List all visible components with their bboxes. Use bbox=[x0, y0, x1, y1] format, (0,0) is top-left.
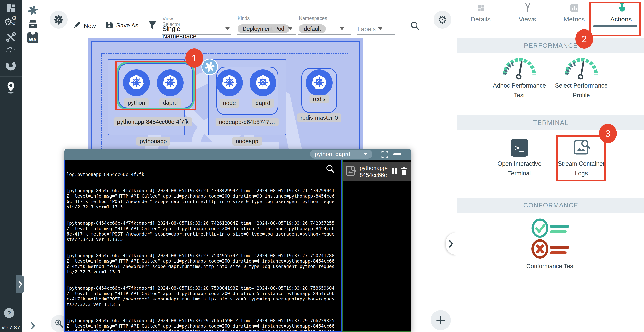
annotation-rect-1 bbox=[116, 61, 196, 110]
strip-expand-chevron[interactable] bbox=[22, 321, 44, 330]
container-node-icon[interactable] bbox=[216, 69, 243, 96]
container-label: redis bbox=[309, 94, 329, 103]
add-node-button[interactable] bbox=[430, 310, 451, 330]
performance-section-header: PERFORMANCE bbox=[457, 38, 644, 53]
chevron-down-icon[interactable] bbox=[378, 27, 382, 30]
terminal-header[interactable]: python, daprd bbox=[64, 149, 411, 160]
settings-gears-icon[interactable]: ⚙ ⚙ ⚙ bbox=[0, 16, 22, 27]
conformance-check-icon bbox=[528, 218, 573, 261]
tab-details[interactable]: Details bbox=[457, 0, 504, 29]
log-entry: [pythonapp-8454cc66c-4f7fk:daprd] 2024-0… bbox=[66, 285, 334, 307]
panel-collapse-handle[interactable] bbox=[446, 232, 456, 255]
chevron-down-icon bbox=[364, 153, 368, 155]
container-redis-icon[interactable] bbox=[306, 69, 332, 96]
annotation-rect-2 bbox=[590, 2, 640, 36]
tab-views[interactable]: Views bbox=[504, 0, 551, 29]
location-pin-icon[interactable] bbox=[0, 80, 22, 94]
annotation-badge-1: 1 bbox=[185, 48, 203, 68]
sidebar-divider bbox=[0, 76, 22, 77]
details-panel: Details Views Metrics bbox=[456, 0, 644, 332]
save-as-button[interactable]: Save As bbox=[105, 21, 138, 30]
app-screen: ⚙ ⚙ ⚙ bbox=[0, 0, 644, 332]
pod-label: pythonapp-8454cc66c-4f7fk bbox=[114, 117, 192, 126]
dashboard-icon[interactable] bbox=[0, 2, 22, 13]
log-session-tab[interactable]: pythonapp-8454cc66c bbox=[342, 162, 410, 181]
labels-placeholder[interactable]: Labels bbox=[358, 25, 376, 33]
canvas-area[interactable]: New Save As View Selector Single Namespa… bbox=[44, 0, 456, 332]
pause-stream-icon[interactable] bbox=[392, 167, 398, 176]
pod-label: redis-master-0 bbox=[297, 113, 341, 122]
kind-chip-pod[interactable]: Pod bbox=[269, 24, 290, 33]
deployment-label: nodeapp bbox=[232, 137, 262, 146]
log-entry: [pythonapp-8454cc66c-4f7fk:daprd] 2024-0… bbox=[66, 220, 334, 242]
log-output-pane[interactable]: log:pythonapp-8454cc66c-4f7fk [pythonapp… bbox=[64, 160, 342, 332]
annotation-rect-3 bbox=[556, 135, 606, 181]
magnifier-cursor-icon bbox=[326, 164, 336, 175]
sidebar-expand-handle[interactable] bbox=[16, 275, 24, 293]
deployment-label: pythonapp bbox=[136, 137, 170, 146]
conformance-section-header: CONFORMANCE bbox=[457, 198, 644, 213]
version-label: v0.7.87 bbox=[0, 325, 22, 331]
terminal-section-header: TERMINAL bbox=[457, 115, 644, 130]
view-selector-value[interactable]: Single Namespace bbox=[162, 25, 196, 40]
chevron-down-icon[interactable] bbox=[340, 27, 344, 30]
log-source-line: log:pythonapp-8454cc66c-4f7fk bbox=[66, 172, 334, 177]
log-sessions-pane[interactable]: pythonapp-8454cc66c bbox=[342, 160, 411, 332]
canvas-mode-button[interactable] bbox=[50, 11, 68, 29]
chevron-down-icon[interactable] bbox=[288, 27, 292, 30]
bar-chart-icon bbox=[570, 3, 579, 13]
kinds-label: Kinds bbox=[238, 15, 250, 21]
terminal-prompt-icon: >_ bbox=[510, 139, 528, 157]
new-label: New bbox=[84, 23, 96, 29]
fullscreen-icon[interactable] bbox=[381, 150, 389, 159]
container-label: daprd bbox=[252, 99, 274, 107]
save-icon bbox=[105, 21, 114, 30]
performance-gauge-icon[interactable] bbox=[0, 45, 22, 54]
help-icon[interactable]: ? bbox=[4, 308, 14, 318]
image-search-icon bbox=[342, 165, 357, 178]
dapr-icon[interactable] bbox=[22, 5, 44, 16]
grid-icon bbox=[476, 3, 486, 13]
log-entry: [pythonapp-8454cc66c-4f7fk:daprd] 2024-0… bbox=[66, 188, 334, 210]
charts-icon[interactable] bbox=[0, 60, 22, 71]
settings-gear-button[interactable]: ⚙ bbox=[434, 11, 451, 29]
gear-icon: ⚙ bbox=[438, 14, 447, 26]
webassembly-icon[interactable]: WA bbox=[22, 32, 44, 43]
pencil-icon bbox=[72, 21, 81, 31]
toolbox-icon[interactable] bbox=[0, 31, 22, 43]
minimize-icon[interactable] bbox=[393, 153, 402, 155]
log-entry: [pythonapp-8454cc66c-4f7fk:daprd] 2024-0… bbox=[66, 253, 334, 275]
container-label: node bbox=[220, 99, 240, 107]
filter-funnel-icon[interactable] bbox=[148, 20, 157, 31]
left-sidebar: ⚙ ⚙ ⚙ bbox=[0, 0, 22, 332]
chevron-down-icon[interactable] bbox=[225, 27, 230, 30]
log-terminal-window[interactable]: python, daprd log:pythonapp-8454cc66c-4f… bbox=[64, 149, 411, 332]
namespaces-label: Namespaces bbox=[299, 15, 327, 21]
session-name: pythonapp-8454cc66c bbox=[360, 165, 388, 178]
gauge-icon bbox=[499, 56, 540, 81]
trash-icon[interactable] bbox=[400, 167, 408, 176]
save-as-label: Save As bbox=[116, 22, 138, 29]
plugin-strip: WA bbox=[22, 0, 44, 332]
gauge-icon bbox=[561, 56, 602, 81]
new-button[interactable]: New bbox=[72, 21, 96, 31]
pod-label: nodeapp-d64b5747… bbox=[216, 118, 278, 126]
log-entry: [pythonapp-8454cc66c-4f7fk:daprd] 2024-0… bbox=[66, 318, 334, 332]
container-selector-dropdown[interactable]: python, daprd bbox=[310, 150, 372, 159]
container-selector-value: python, daprd bbox=[315, 151, 350, 157]
container-daprd-icon[interactable] bbox=[250, 69, 276, 96]
archive-box-icon[interactable] bbox=[22, 18, 44, 29]
search-icon[interactable] bbox=[410, 21, 420, 31]
branch-icon bbox=[523, 3, 532, 13]
namespace-chip-default[interactable]: default bbox=[299, 24, 326, 33]
dapr-sidecar-icon bbox=[202, 59, 218, 75]
